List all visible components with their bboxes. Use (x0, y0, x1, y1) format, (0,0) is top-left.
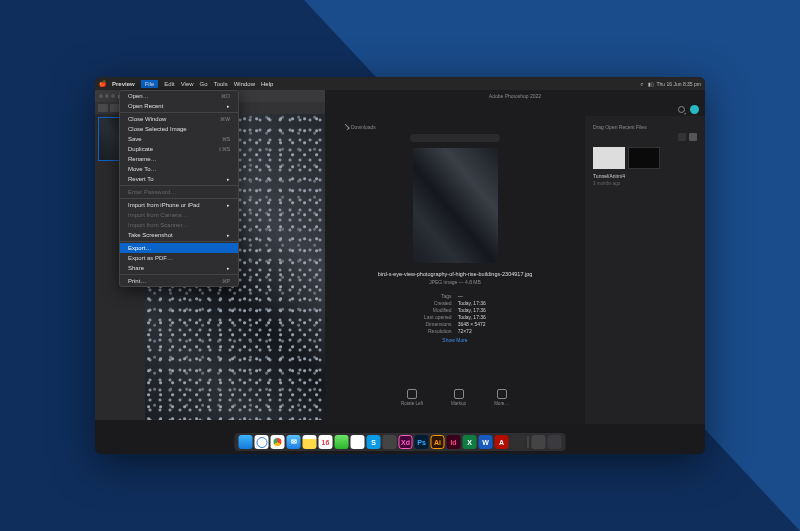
menu-import-iphone[interactable]: Import from iPhone or iPad (120, 200, 238, 210)
menu-revert-to[interactable]: Revert To (120, 174, 238, 184)
dock-notes[interactable] (303, 435, 317, 449)
dock-word[interactable]: W (479, 435, 493, 449)
menu-tools[interactable]: Tools (214, 81, 228, 87)
segmented-control[interactable] (410, 134, 500, 142)
menu-export[interactable]: Export… (120, 243, 238, 253)
action-markup[interactable]: Markup (451, 389, 466, 406)
dock-chrome[interactable] (271, 435, 285, 449)
battery-icon[interactable]: ▮▯ (648, 81, 654, 87)
menu-view[interactable]: View (181, 81, 194, 87)
dock-slack[interactable] (351, 435, 365, 449)
menu-take-screenshot[interactable]: Take Screenshot (120, 230, 238, 240)
recent-thumb-row[interactable] (593, 147, 697, 169)
traffic-lights[interactable] (99, 94, 115, 98)
dock-acrobat[interactable]: A (495, 435, 509, 449)
rotate-icon (407, 389, 417, 399)
recent-file-time: 3 months ago (593, 181, 697, 186)
file-name: bird-s-eye-view-photography-of-high-rise… (378, 271, 533, 277)
recent-file-name: Tunnel/Anim/4 (593, 173, 697, 179)
ps-titlebar[interactable]: Adobe Photoshop 2022 (325, 90, 705, 102)
dock-xd[interactable]: Xd (399, 435, 413, 449)
grid-view-icon[interactable] (678, 133, 686, 141)
panel-drag-hint: Drag Open Recent Files (593, 124, 697, 130)
file-metadata: Tags— CreatedToday, 17:36 ModifiedToday,… (424, 293, 486, 334)
menu-file[interactable]: File (141, 80, 159, 88)
dock-calendar[interactable]: 16 (319, 435, 333, 449)
file-menu-dropdown: Open…⌘O Open Recent Close Window⌘W Close… (119, 90, 239, 287)
menu-import-scanner: Import from Scanner… (120, 220, 238, 230)
dock-skype[interactable]: S (367, 435, 381, 449)
search-icon[interactable] (678, 106, 685, 113)
avatar[interactable] (690, 105, 699, 114)
menubar: 🍎 Preview File Edit View Go Tools Window… (95, 77, 705, 90)
menu-move-to[interactable]: Move To… (120, 164, 238, 174)
menu-go[interactable]: Go (200, 81, 208, 87)
dock-trash[interactable] (548, 435, 562, 449)
dock: ✉16SXdPsAiIdXWA (235, 433, 566, 451)
file-preview-image[interactable] (413, 148, 498, 263)
menu-share[interactable]: Share (120, 263, 238, 273)
dock-finder[interactable] (239, 435, 253, 449)
app-name[interactable]: Preview (112, 81, 135, 87)
list-view-icon[interactable] (689, 133, 697, 141)
dock-safari[interactable] (255, 435, 269, 449)
action-more[interactable]: More… (494, 389, 509, 406)
markup-icon (454, 389, 464, 399)
wifi-icon[interactable]: ᯤ (640, 81, 645, 87)
menu-duplicate[interactable]: Duplicate⇧⌘S (120, 144, 238, 154)
file-kind: JPEG image — 4.8 MB (429, 279, 481, 285)
dock-ps[interactable]: Ps (415, 435, 429, 449)
menu-save[interactable]: Save⌘S (120, 134, 238, 144)
show-more-link[interactable]: Show More (442, 337, 467, 343)
chevron-down-icon (343, 124, 349, 130)
dock-excel[interactable]: X (463, 435, 477, 449)
action-rotate[interactable]: Rotate Left (401, 389, 423, 406)
dock-ai[interactable]: Ai (431, 435, 445, 449)
dock-mail[interactable]: ✉ (287, 435, 301, 449)
menu-print[interactable]: Print…⌘P (120, 276, 238, 286)
clock[interactable]: Thu 16 Jun 8:35 pm (657, 81, 701, 87)
menu-open-recent[interactable]: Open Recent (120, 101, 238, 111)
menu-edit[interactable]: Edit (164, 81, 174, 87)
dock-downloads[interactable] (532, 435, 546, 449)
menu-import-camera: Import from Camera… (120, 210, 238, 220)
photoshop-window: Adobe Photoshop 2022 Downloads bird-s-ey… (325, 90, 705, 424)
menu-export-pdf[interactable]: Export as PDF… (120, 253, 238, 263)
apple-icon[interactable]: 🍎 (99, 80, 106, 87)
dock-app1[interactable] (383, 435, 397, 449)
dock-messages[interactable] (335, 435, 349, 449)
menu-window[interactable]: Window (234, 81, 255, 87)
menu-help[interactable]: Help (261, 81, 273, 87)
quick-actions: Rotate Left Markup More… (401, 389, 509, 416)
menu-close-window[interactable]: Close Window⌘W (120, 114, 238, 124)
recent-thumb-dark[interactable] (628, 147, 660, 169)
breadcrumb[interactable]: Downloads (345, 124, 376, 130)
ps-topbar (325, 102, 705, 116)
menu-rename[interactable]: Rename… (120, 154, 238, 164)
ps-preview-pane: Downloads bird-s-eye-view-photography-of… (325, 116, 585, 424)
menu-open[interactable]: Open…⌘O (120, 91, 238, 101)
dock-id[interactable]: Id (447, 435, 461, 449)
dock-vpn[interactable] (511, 435, 525, 449)
ps-right-panel: Drag Open Recent Files Tunnel/Anim/4 3 m… (585, 116, 705, 424)
mac-desktop: 🍎 Preview File Edit View Go Tools Window… (95, 77, 705, 454)
menu-enter-password: Enter Password… (120, 187, 238, 197)
recent-thumb-light[interactable] (593, 147, 625, 169)
menubar-status: ᯤ ▮▯ Thu 16 Jun 8:35 pm (640, 81, 701, 87)
more-icon (497, 389, 507, 399)
menu-close-selected[interactable]: Close Selected Image (120, 124, 238, 134)
